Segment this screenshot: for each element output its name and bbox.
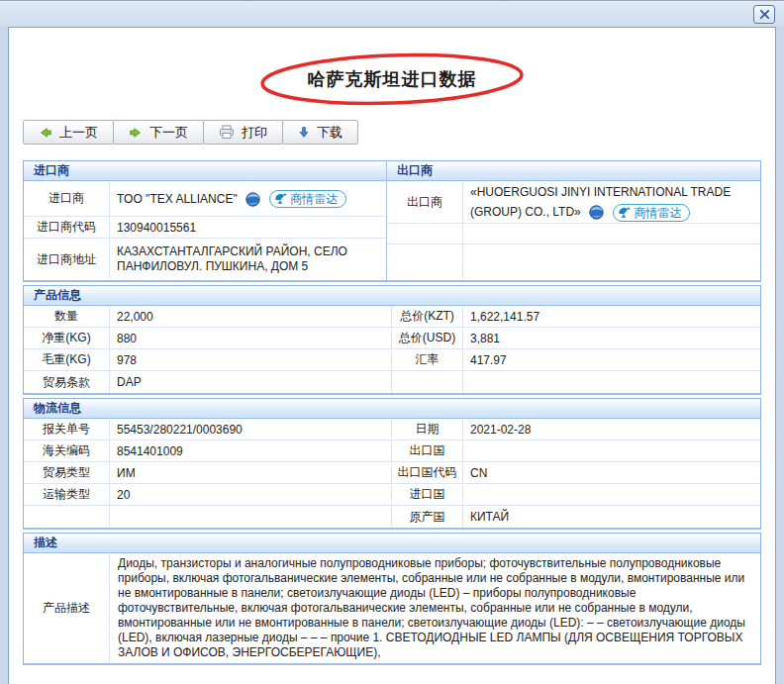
table-row: 数量 22,000 总价(KZT) 1,622,141.57 — [24, 306, 760, 328]
download-button[interactable]: 下载 — [282, 120, 358, 145]
field-label: 数量 — [24, 306, 110, 327]
field-value — [463, 440, 760, 461]
page-title-block: 哈萨克斯坦进口数据 — [257, 52, 527, 106]
field-label: 报关单号 — [24, 419, 110, 440]
empty-label — [387, 244, 463, 280]
product-description-text: Диоды, транзисторы и аналогичные полупро… — [110, 553, 760, 663]
table-row: 进口商地址 КАЗАХСТАНТАЛГАРСКИЙ РАЙОН, СЕЛО ПА… — [24, 239, 386, 280]
print-button[interactable]: 打印 — [203, 120, 283, 145]
field-label: 总价(USD) — [392, 328, 463, 348]
importer-table: 进口商 进口商 TOO "TEX ALLIANCE" 商情雷达 进口商代码 — [24, 161, 387, 280]
table-row: 净重(KG) 880 总价(USD) 3,881 — [24, 328, 760, 349]
importer-name-value: TOO "TEX ALLIANCE" — [117, 192, 238, 206]
exporter-table: 出口商 出口商 «HUOERGUOSI JINYI INTERNATIONAL … — [387, 161, 760, 280]
field-value: 22,000 — [110, 306, 392, 327]
field-label: 贸易条款 — [24, 371, 110, 393]
field-label: 海关编码 — [24, 440, 110, 461]
radar-dish-icon — [274, 193, 287, 205]
field-value: 20 — [110, 484, 392, 505]
field-value: 1,622,141.57 — [463, 306, 760, 327]
table-row: 进口商 TOO "TEX ALLIANCE" 商情雷达 — [24, 181, 386, 217]
table-row: 海关编码 8541401009 出口国 — [24, 440, 760, 462]
field-value: 3,881 — [463, 328, 760, 348]
field-value: 417.97 — [463, 349, 760, 370]
logistics-section-header: 物流信息 — [24, 399, 760, 419]
table-row — [387, 224, 760, 244]
prev-page-label: 上一页 — [59, 124, 98, 142]
field-value: КИТАЙ — [463, 506, 760, 528]
field-label: 毛重(KG) — [24, 349, 110, 370]
radar-badge-label: 商情雷达 — [634, 203, 681, 223]
radar-dish-icon — [618, 207, 631, 219]
importer-address-label: 进口商地址 — [24, 239, 110, 280]
field-label: 贸易类型 — [24, 462, 110, 483]
field-label: 总价(KZT) — [392, 306, 463, 327]
content-panel: 哈萨克斯坦进口数据 上一页 下一页 打印 下载 进口商 进口商 T — [8, 27, 776, 684]
next-page-button[interactable]: 下一页 — [113, 120, 204, 145]
field-value — [463, 371, 760, 393]
radar-badge[interactable]: 商情雷达 — [269, 190, 346, 208]
radar-badge-label: 商情雷达 — [290, 189, 338, 209]
table-row: 运输类型 20 进口国 — [24, 484, 760, 506]
field-label: 出口国代码 — [392, 462, 463, 483]
table-row: 贸易类型 ИМ 出口国代码 CN — [24, 462, 760, 484]
field-label: 日期 — [392, 419, 463, 440]
page-title: 哈萨克斯坦进口数据 — [308, 67, 477, 91]
green-right-arrow-icon — [129, 126, 143, 140]
field-value: 978 — [110, 349, 392, 370]
field-value — [463, 484, 760, 505]
globe-icon[interactable] — [589, 205, 604, 220]
field-label: 进口国 — [392, 484, 463, 505]
field-value: CN — [463, 462, 760, 483]
importer-code-value: 130940015561 — [110, 217, 386, 238]
importer-code-label: 进口商代码 — [24, 217, 110, 238]
field-value: 2021-02-28 — [463, 419, 760, 440]
description-section-header: 描述 — [24, 534, 760, 553]
table-row: 报关单号 55453/280221/0003690 日期 2021-02-28 — [24, 419, 760, 440]
logistics-section: 物流信息 报关单号 55453/280221/0003690 日期 2021-0… — [23, 398, 761, 530]
product-section: 产品信息 数量 22,000 总价(KZT) 1,622,141.57 净重(K… — [23, 285, 761, 395]
field-label: 出口国 — [392, 440, 463, 461]
empty-value — [463, 244, 760, 280]
description-section: 描述 产品描述 Диоды, транзисторы и аналогичные… — [23, 533, 761, 665]
importer-section-header: 进口商 — [24, 161, 386, 181]
table-row: 产品描述 Диоды, транзисторы и аналогичные по… — [24, 553, 760, 663]
exporter-section-header: 出口商 — [387, 161, 760, 181]
field-value: 880 — [110, 328, 392, 348]
field-value: 55453/280221/0003690 — [110, 419, 392, 440]
field-value: DAP — [110, 371, 392, 393]
empty-label — [387, 224, 463, 244]
table-row: 毛重(KG) 978 汇率 417.97 — [24, 349, 760, 371]
field-label — [392, 371, 463, 393]
field-value: 8541401009 — [110, 440, 392, 461]
empty-value — [463, 224, 760, 244]
printer-icon — [219, 125, 235, 140]
table-row: 出口商 «HUOERGUOSI JINYI INTERNATIONAL TRAD… — [387, 181, 760, 224]
field-label: 净重(KG) — [24, 328, 110, 348]
field-value — [110, 506, 392, 528]
green-left-arrow-icon — [39, 126, 52, 140]
exporter-name-label: 出口商 — [387, 181, 463, 223]
importer-name-value-cell: TOO "TEX ALLIANCE" 商情雷达 — [110, 181, 386, 216]
dialog-titlebar — [0, 0, 784, 27]
field-label — [24, 506, 110, 528]
party-section: 进口商 进口商 TOO "TEX ALLIANCE" 商情雷达 进口商代码 — [23, 160, 761, 282]
field-value: ИМ — [110, 462, 392, 483]
table-row: 贸易条款 DAP — [24, 371, 760, 393]
importer-address-value: КАЗАХСТАНТАЛГАРСКИЙ РАЙОН, СЕЛО ПАНФИЛОВ… — [110, 239, 386, 280]
field-label: 原产国 — [392, 506, 463, 528]
table-row: 进口商代码 130940015561 — [24, 217, 386, 239]
prev-page-button[interactable]: 上一页 — [23, 120, 114, 145]
blue-down-arrow-icon — [298, 126, 310, 139]
table-row: 原产国 КИТАЙ — [24, 506, 760, 528]
field-label: 汇率 — [392, 349, 463, 370]
field-label: 运输类型 — [24, 484, 110, 505]
print-label: 打印 — [242, 124, 267, 142]
exporter-name-value-cell: «HUOERGUOSI JINYI INTERNATIONAL TRADE (G… — [463, 181, 760, 223]
close-button[interactable] — [753, 5, 775, 24]
globe-icon[interactable] — [245, 192, 260, 207]
product-section-header: 产品信息 — [24, 286, 760, 306]
importer-name-label: 进口商 — [24, 181, 110, 216]
radar-badge[interactable]: 商情雷达 — [613, 204, 690, 222]
download-label: 下载 — [317, 124, 343, 142]
